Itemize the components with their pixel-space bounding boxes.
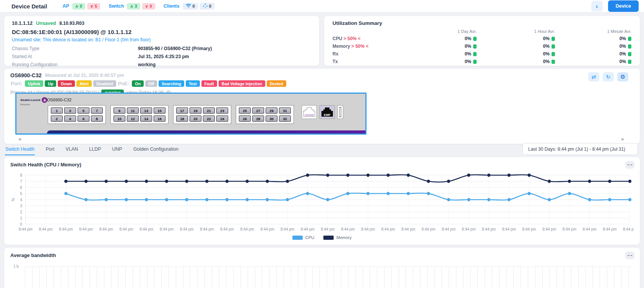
clients-mesh-count: 0 [209,4,211,8]
console-port[interactable]: console [302,105,317,119]
status-badge[interactable]: Off [145,80,157,87]
swap-view-button[interactable]: ⇄ [588,72,599,81]
svg-text:8:44 pm: 8:44 pm [99,227,113,231]
status-badge[interactable]: Up [45,80,56,87]
tab-unp[interactable]: UNP [112,144,122,155]
svg-text:8:44 pm: 8:44 pm [482,227,496,231]
tab-switch-health[interactable]: Switch Health [5,144,35,155]
port-cell[interactable]: 6 [78,116,89,122]
utilization-value-cell: 0% [477,51,555,57]
firmware-version: 8.10.93.R03 [59,21,84,26]
port-cell[interactable]: 25 [239,107,251,114]
ap-link[interactable]: AP [62,3,69,9]
ap-up-badge[interactable]: ∧0 [72,3,85,10]
switch-link[interactable]: Switch [109,3,124,9]
port-cell[interactable]: 28 [252,116,264,122]
status-badge[interactable]: On [132,80,144,87]
switch-down-badge[interactable]: ∨0 [142,3,155,10]
port-cell[interactable]: 7 [91,107,103,114]
scroll-left-arrow[interactable]: ◀ [18,137,21,141]
tab-vlan[interactable]: VLAN [65,144,78,155]
port-cell[interactable]: 30 [266,116,277,122]
status-badge[interactable]: Bad Voltage Injection [219,80,265,87]
device-button[interactable]: Device [608,0,639,12]
refresh-button[interactable]: ↻ [603,72,614,81]
metric-name: Rx [333,51,338,57]
port-cell[interactable]: 5 [78,107,89,114]
status-badge[interactable]: Uplink [25,80,43,87]
date-range-picker[interactable]: Last 30 Days: 8:44 pm (Jul 1) - 8:44 pm … [522,143,638,155]
save-status-badge: Unsaved [36,21,56,26]
device-field-value: working [138,62,311,67]
port-cell[interactable]: 31 [279,107,291,114]
port-cell[interactable]: 20 [190,116,201,122]
port-cell[interactable]: 21 [203,107,215,114]
port-cell[interactable]: 16 [154,116,165,122]
clients-summary: Clients 0 0 [164,3,214,10]
port-cell[interactable]: 23 [216,107,228,114]
port-cell[interactable]: 19 [190,107,201,114]
port-cell[interactable]: 29 [266,107,277,114]
clients-wifi-count: 0 [193,4,195,8]
port-group: 2527293126283032 [236,105,294,124]
ellipsis-icon [628,255,629,256]
utilization-value-cell: 0% [477,59,555,64]
tab-lldp[interactable]: LLDP [89,144,101,155]
status-badge[interactable]: Denied [267,80,286,87]
port-cell[interactable]: 32 [279,116,291,122]
port-cell[interactable]: 4 [64,116,76,122]
port-cell[interactable]: 17 [176,107,188,114]
port-cell[interactable]: 8 [91,116,103,122]
usb-port[interactable] [337,105,343,119]
tab-golden-configuration[interactable]: Golden Configuration [133,144,179,155]
port-cell[interactable]: 26 [239,116,251,122]
status-indicator-green [552,37,555,41]
port-cell[interactable]: 3 [64,107,76,114]
legend-item[interactable]: CPU [292,235,314,240]
clients-wifi-badge[interactable]: 0 [183,3,198,10]
status-badge[interactable]: Alert [76,80,92,87]
port-cell[interactable]: 14 [140,116,152,122]
device-location-link[interactable]: Unnamed site; This device is located on:… [12,37,311,42]
scroll-right-arrow[interactable]: ▶ [621,137,625,141]
port-cell[interactable]: 11 [127,107,139,114]
port-cell[interactable]: 24 [216,116,228,122]
switch-up-badge[interactable]: ∧3 [127,3,140,10]
port-cell[interactable]: 15 [154,107,165,114]
port-cell[interactable]: 1 [51,107,63,114]
port-cell[interactable]: 10 [114,116,125,122]
settings-button[interactable]: ⚙ [617,72,628,81]
port-cell[interactable]: 27 [252,107,264,114]
status-badge[interactable]: Searching [159,80,184,87]
status-badge[interactable]: Test [186,80,200,87]
clients-link[interactable]: Clients [164,3,180,9]
svg-text:8:44 pm: 8:44 pm [119,227,133,231]
port-cell[interactable]: 12 [127,116,139,122]
port-cell[interactable]: 9 [114,107,125,114]
emp-port[interactable]: EMP [320,105,335,119]
svg-text:8:44 pm: 8:44 pm [623,227,634,231]
chart-options-button[interactable] [625,161,634,169]
svg-text:0: 0 [20,222,22,226]
metric-name: CPU [333,36,342,41]
arrow-down-icon: ∨ [145,4,148,9]
back-button[interactable]: ‹ [591,1,603,11]
clients-mesh-badge[interactable]: 0 [200,3,214,10]
status-badge[interactable]: Disabled [93,80,116,87]
port-groups: 1357246891113151012141617192123182022242… [48,105,294,124]
chart-options-button[interactable] [625,252,634,259]
ap-down-badge[interactable]: ∨5 [87,3,100,10]
tab-port[interactable]: Port [45,144,55,155]
utilization-value-cell: 0% [402,36,477,41]
port-cell[interactable]: 13 [140,107,152,114]
port-row: 2468 [51,116,103,122]
port-cell[interactable]: 2 [51,116,63,122]
status-badge[interactable]: Fault [201,80,217,87]
port-cell[interactable]: 18 [176,116,188,122]
legend-item[interactable]: Memory [323,235,352,240]
status-badge[interactable]: Down [58,80,75,87]
chevron-left-icon: ‹ [596,3,598,10]
management-ports: console EMP [302,105,343,119]
utilization-percent: 0% [543,51,550,57]
port-cell[interactable]: 22 [203,116,215,122]
